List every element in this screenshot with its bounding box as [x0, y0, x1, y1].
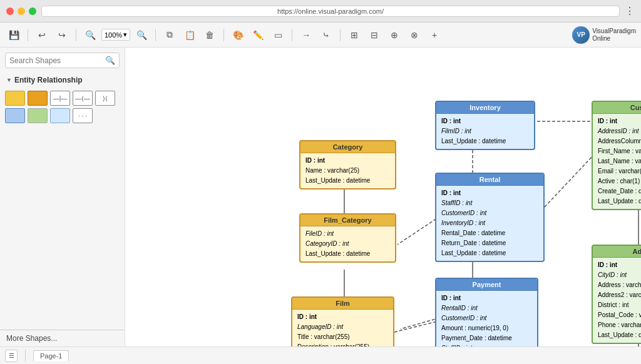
search-box[interactable]: 🔍 [5, 53, 120, 68]
page-tab[interactable]: Page-1 [33, 350, 69, 361]
shape-line3[interactable]: ⟩⟨ [95, 91, 115, 106]
entity-film[interactable]: Film ID : int LanguageID : int Title : v… [291, 296, 394, 346]
vp-logo-text: VisualParadigm Online [592, 28, 636, 43]
tool3-button[interactable]: ⊕ [386, 26, 403, 44]
delete-button[interactable]: 🗑 [201, 26, 218, 44]
separator [76, 29, 76, 41]
canvas-area[interactable]: Inventory ID : int FilmID : int Last_Upd… [125, 48, 641, 346]
redo-button[interactable]: ↪ [53, 26, 71, 44]
shape-line2[interactable]: —⟨— [73, 91, 93, 106]
tool2-button[interactable]: ⊟ [366, 26, 383, 44]
toolbar: 💾 ↩ ↪ 🔍 100% ▾ 🔍 ⧉ 📋 🗑 🎨 ✏️ ▭ → ⤷ ⊞ ⊟ ⊕ … [0, 23, 641, 48]
browser-menu[interactable]: ⋮ [625, 5, 635, 17]
canvas-scroll[interactable]: Inventory ID : int FilmID : int Last_Upd… [125, 48, 641, 346]
entity-address-header: Address [593, 246, 641, 258]
shape-attr[interactable] [5, 108, 25, 123]
tool1-button[interactable]: ⊞ [346, 26, 363, 44]
separator [292, 29, 292, 41]
entity-category-body: ID : int Name : varchar(25) Last_Update … [300, 153, 395, 188]
shape-entity[interactable] [5, 91, 25, 106]
separator [340, 29, 341, 41]
pen-button[interactable]: ✏️ [249, 26, 267, 44]
entity-category[interactable]: Category ID : int Name : varchar(25) Las… [299, 140, 396, 190]
shape-list[interactable] [50, 108, 70, 123]
entity-inventory-header: Inventory [436, 102, 534, 114]
entity-category-header: Category [300, 141, 395, 153]
separator [223, 29, 224, 41]
minimize-button[interactable] [18, 8, 25, 15]
vp-logo-icon: VP [572, 26, 590, 44]
search-icon: 🔍 [105, 56, 115, 65]
search-input[interactable] [9, 56, 105, 65]
add-button[interactable]: + [426, 26, 443, 44]
undo-button[interactable]: ↩ [33, 26, 51, 44]
entity-customer-header: Customer [593, 102, 641, 114]
status-bar: ☰ Page-1 [0, 346, 641, 364]
entity-film-category-header: Film_Category [300, 215, 395, 226]
canvas-inner: Inventory ID : int FilmID : int Last_Upd… [125, 48, 641, 346]
connector-button[interactable]: ⤷ [317, 26, 335, 44]
entity-film-category[interactable]: Film_Category FileID : int CategoryID : … [299, 213, 396, 263]
entity-rental-body: ID : int StaffID : int CustomerID : int … [436, 186, 543, 261]
shape-relation[interactable] [28, 108, 48, 123]
shape-button[interactable]: ▭ [269, 26, 287, 44]
separator [25, 350, 26, 362]
maximize-button[interactable] [29, 8, 36, 15]
separator [28, 29, 28, 41]
entity-inventory-body: ID : int FilmID : int Last_Update : date… [436, 114, 534, 149]
arrow-button[interactable]: → [297, 26, 315, 44]
entity-customer-body: ID : int AddressID : int AddressColumn :… [593, 114, 641, 209]
entity-rental-header: Rental [436, 174, 543, 186]
entity-payment[interactable]: Payment ID : int RentalID : int Customer… [435, 278, 538, 346]
shape-dots[interactable]: · · · [73, 108, 93, 123]
url-bar[interactable]: https://online.visual-paradigm.com/ [41, 6, 620, 17]
zoom-level: 100% [105, 31, 122, 39]
sidebar: 🔍 Entity Relationship —|— —⟨— ⟩⟨ · · · M… [0, 48, 125, 346]
entity-address-body: ID : int CityID : int Address : varchar(… [593, 258, 641, 343]
tool4-button[interactable]: ⊗ [406, 26, 423, 44]
vp-logo: VP VisualParadigm Online [572, 26, 636, 44]
entity-rental[interactable]: Rental ID : int StaffID : int CustomerID… [435, 173, 545, 262]
paste-button[interactable]: 📋 [181, 26, 198, 44]
zoom-dropdown-icon[interactable]: ▾ [123, 31, 127, 39]
entity-film-body: ID : int LanguageID : int Title : varcha… [292, 310, 393, 346]
entity-inventory[interactable]: Inventory ID : int FilmID : int Last_Upd… [435, 101, 535, 150]
copy-button[interactable]: ⧉ [161, 26, 178, 44]
shape-line1[interactable]: —|— [50, 91, 70, 106]
more-shapes-button[interactable]: More Shapes... [0, 330, 125, 346]
shape-weak-entity[interactable] [28, 91, 48, 106]
title-bar: https://online.visual-paradigm.com/ ⋮ [0, 0, 641, 23]
entity-relationship-section[interactable]: Entity Relationship [0, 73, 125, 87]
entity-payment-body: ID : int RentalID : int CustomerID : int… [436, 291, 537, 346]
fill-button[interactable]: 🎨 [229, 26, 247, 44]
zoom-out-button[interactable]: 🔍 [133, 26, 150, 44]
close-button[interactable] [6, 8, 14, 15]
entity-address[interactable]: Address ID : int CityID : int Address : … [592, 245, 641, 344]
zoom-in-button[interactable]: 🔍 [81, 26, 99, 44]
window-controls [6, 8, 36, 15]
entity-payment-header: Payment [436, 279, 537, 291]
svg-line-4 [545, 154, 595, 207]
entity-film-header: Film [292, 298, 393, 310]
main-layout: 🔍 Entity Relationship —|— —⟨— ⟩⟨ · · · M… [0, 48, 641, 346]
zoom-control[interactable]: 100% ▾ [101, 29, 130, 41]
save-button[interactable]: 💾 [5, 26, 23, 44]
separator [155, 29, 156, 41]
sidebar-toggle-button[interactable]: ☰ [5, 350, 18, 362]
entity-customer[interactable]: Customer ID : int AddressID : int Addres… [592, 101, 641, 210]
shape-grid: —|— —⟨— ⟩⟨ · · · [0, 87, 125, 127]
entity-film-category-body: FileID : int CategoryID : int Last_Updat… [300, 226, 395, 261]
